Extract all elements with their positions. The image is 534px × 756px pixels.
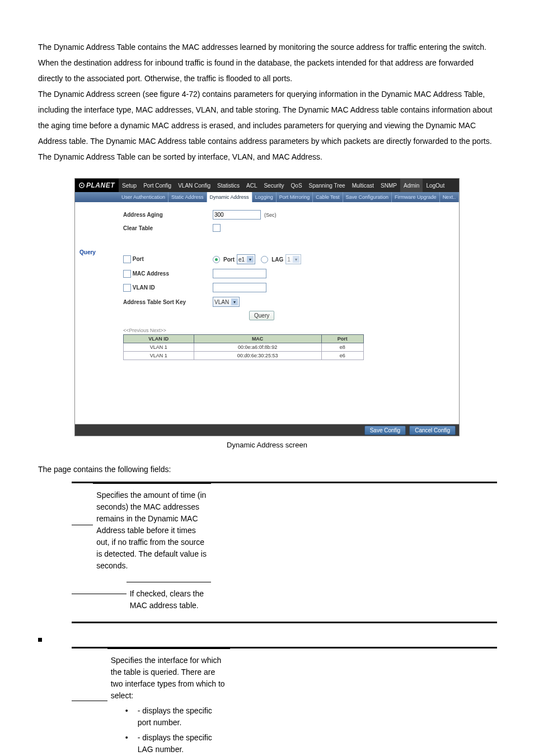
select-lag-value: 1: [287, 256, 291, 263]
checkbox-mac[interactable]: [123, 270, 131, 278]
table-header: VLAN ID: [124, 335, 194, 343]
chevron-down-icon: ▾: [247, 256, 254, 263]
query-heading: [38, 634, 496, 643]
topnav-tab[interactable]: SNMP: [377, 179, 400, 192]
table-cell: 00:d0:6e:30:25:53: [194, 352, 321, 360]
label-vlan-id: VLAN ID: [133, 284, 155, 290]
subnav-tab[interactable]: Logging: [252, 192, 277, 202]
select-lag[interactable]: 1▾: [285, 254, 301, 264]
sub-bullet: - displays the specific port number.: [122, 705, 227, 729]
table-row: VLAN 100:d0:6e:30:25:53e6: [124, 352, 364, 360]
subnav-tab[interactable]: Dynamic Address: [207, 192, 252, 202]
topnav-tab[interactable]: Security: [260, 179, 287, 192]
subnav-tab[interactable]: Save Configuration: [343, 192, 392, 202]
field-desc: Specifies the amount of time (in seconds…: [93, 483, 210, 577]
radio-port[interactable]: [213, 256, 220, 263]
subnav-tab[interactable]: Port Mirroring: [277, 192, 313, 202]
table-cell: e6: [321, 352, 363, 360]
topnav-tab[interactable]: QoS: [288, 179, 306, 192]
topnav-tab[interactable]: Admin: [400, 179, 423, 192]
subnav-tab[interactable]: User Authentication: [119, 192, 168, 202]
label-mac-address: MAC Address: [133, 270, 169, 276]
checkbox-clear-table[interactable]: [213, 224, 221, 232]
table-header: Port: [321, 335, 363, 343]
select-port[interactable]: e1▾: [237, 254, 255, 264]
fields-table-1: Specifies the amount of time (in seconds…: [72, 482, 497, 623]
subnav-tab[interactable]: Static Address: [168, 192, 207, 202]
chevron-down-icon: ▾: [231, 298, 238, 305]
input-vlan-id[interactable]: [213, 283, 266, 292]
radio-lag[interactable]: [261, 256, 268, 263]
paragraph-2: The Dynamic Address screen (see figure 4…: [38, 86, 496, 165]
select-port-value: e1: [238, 256, 245, 263]
subnav-tab[interactable]: Cable Test: [313, 192, 343, 202]
main-panel: Address Aging (Sec) Clear Table Port Por…: [119, 202, 459, 424]
topnav-tab[interactable]: Statistics: [214, 179, 243, 192]
results-table: VLAN IDMACPort VLAN 100:0e:a6:0f:8b:92e8…: [123, 334, 364, 360]
topnav-tab[interactable]: VLAN Config: [175, 179, 214, 192]
topnav-tab[interactable]: Multicast: [349, 179, 377, 192]
topnav-tab[interactable]: Setup: [119, 179, 140, 192]
table-row: VLAN 100:0e:a6:0f:8b:92e8: [124, 343, 364, 352]
table-cell: VLAN 1: [124, 352, 194, 360]
query-button[interactable]: Query: [249, 311, 274, 320]
brand-logo: PLANET: [75, 179, 119, 192]
fields-intro: The page contains the following fields:: [38, 465, 496, 474]
svg-point-1: [81, 185, 82, 186]
fields-table-2: Specifies the interface for which the ta…: [72, 647, 497, 756]
topnav-tab[interactable]: Port Config: [140, 179, 175, 192]
topnav-tab[interactable]: ACL: [243, 179, 260, 192]
input-address-aging[interactable]: [213, 210, 261, 220]
label-port: Port: [133, 256, 144, 262]
cancel-config-button[interactable]: Cancel Config: [409, 426, 456, 435]
sub-bullet: - displays the specific LAG number.: [122, 732, 227, 755]
radio-lag-label: LAG: [271, 256, 283, 263]
table-cell: VLAN 1: [124, 343, 194, 352]
table-header: MAC: [194, 335, 321, 343]
figure-caption: Dynamic Address screen: [38, 441, 496, 449]
paragraph-1: The Dynamic Address Table contains the M…: [38, 39, 496, 86]
screenshot-figure: PLANET SetupPort ConfigVLAN ConfigStatis…: [74, 178, 460, 436]
bullet-icon: [38, 638, 42, 642]
side-panel: Query: [75, 202, 119, 424]
table-cell: 00:0e:a6:0f:8b:92: [194, 343, 321, 352]
checkbox-port[interactable]: [123, 255, 131, 263]
unit-sec: (Sec): [264, 212, 277, 218]
label-address-aging: Address Aging: [123, 212, 213, 218]
topnav-tab[interactable]: LogOut: [423, 179, 448, 192]
save-config-button[interactable]: Save Config: [364, 426, 406, 435]
label-sort-key: Address Table Sort Key: [123, 299, 213, 305]
checkbox-vlan[interactable]: [123, 284, 131, 292]
label-clear-table: Clear Table: [123, 225, 213, 231]
chevron-down-icon: ▾: [293, 256, 299, 263]
sub-nav: User AuthenticationStatic AddressDynamic…: [75, 192, 459, 202]
table-cell: e8: [321, 343, 363, 352]
radio-port-label: Port: [223, 256, 235, 263]
topnav-tab[interactable]: Spanning Tree: [306, 179, 349, 192]
select-sort-value: VLAN: [214, 299, 229, 305]
subnav-tab[interactable]: Firmware Upgrade: [392, 192, 440, 202]
top-nav: PLANET SetupPort ConfigVLAN ConfigStatis…: [75, 179, 459, 192]
footer-bar: Save Config Cancel Config: [75, 424, 459, 436]
prev-next-links[interactable]: <<Previous Next>>: [123, 328, 451, 333]
field-desc: If checked, clears the MAC address table…: [127, 582, 211, 617]
brand-logo-text: PLANET: [86, 181, 115, 189]
side-section-query: Query: [75, 247, 119, 258]
field-desc: Specifies the interface for which the ta…: [107, 648, 230, 756]
field-desc-text: Specifies the interface for which the ta…: [111, 656, 225, 700]
subnav-tab[interactable]: Next..: [440, 192, 460, 202]
input-mac-address[interactable]: [213, 269, 266, 278]
select-sort-key[interactable]: VLAN▾: [213, 297, 240, 307]
